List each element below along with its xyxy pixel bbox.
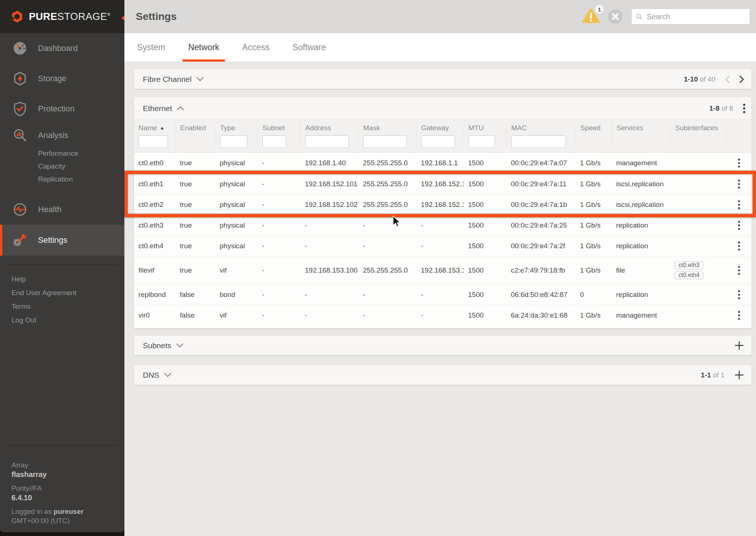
column-header-services[interactable]: Services: [612, 123, 670, 148]
sidebar-link-end-user-agreement[interactable]: End User Agreement: [0, 286, 124, 300]
column-header-mask[interactable]: Mask: [358, 123, 416, 148]
column-header-subnet[interactable]: Subnet: [258, 123, 300, 148]
sidebar-item-protection[interactable]: Protection: [0, 94, 124, 124]
sidebar-link-log-out[interactable]: Log Out: [0, 313, 124, 327]
sidebar-collapse-icon[interactable]: [119, 16, 124, 20]
tab-access[interactable]: Access: [240, 33, 272, 62]
purestorage-logo[interactable]: PURESTORAGE®: [0, 0, 124, 33]
tab-system[interactable]: System: [135, 33, 168, 62]
table-row-ct0.eth1: ct0.eth1truephysical-192.168.152.101255.…: [134, 173, 752, 194]
row-menu-button[interactable]: [726, 153, 752, 173]
filter-input-gateway[interactable]: [421, 135, 455, 148]
column-header-subinterfaces[interactable]: Subinterfaces: [670, 123, 726, 148]
row-menu-button[interactable]: [726, 236, 752, 256]
filter-input-mac[interactable]: [511, 135, 566, 148]
fibre-channel-toggle[interactable]: Fibre Channel: [143, 75, 203, 84]
cell-gateway: 192.168.152.1: [416, 194, 464, 215]
subinterface-chip: ct0.eth4: [675, 271, 703, 279]
tab-software[interactable]: Software: [290, 33, 328, 62]
row-menu-button[interactable]: [726, 256, 752, 284]
sidebar-item-replication[interactable]: Replication: [0, 173, 124, 186]
filter-input-address[interactable]: [305, 135, 349, 148]
fibre-channel-section: Fibre Channel 1-10 of 40: [134, 69, 752, 89]
sidebar-item-label: Storage: [38, 74, 66, 83]
filter-input-subnet[interactable]: [262, 135, 286, 148]
cell-address: 192.168.1.40: [300, 153, 358, 173]
row-menu-button[interactable]: [726, 194, 752, 215]
cell-speed: 1 Gb/s: [575, 194, 612, 215]
cell-subnet: -: [258, 305, 300, 325]
cell-speed: 1 Gb/s: [575, 256, 612, 284]
column-header-gateway[interactable]: Gateway: [416, 123, 464, 148]
table-row-ct0.eth0: ct0.eth0truephysical-192.168.1.40255.255…: [134, 153, 752, 173]
sidebar-item-analysis[interactable]: Analysis: [0, 124, 124, 147]
cell-subinterfaces: [670, 194, 726, 215]
prev-page-button[interactable]: [725, 76, 730, 83]
cell-name: ct0.eth3: [134, 215, 175, 235]
cell-mac: 00:0c:29:e4:7a:1b: [506, 194, 575, 215]
ethernet-section: Ethernet 1-8 of 8 Name▲E: [134, 97, 752, 328]
search-box[interactable]: [631, 8, 750, 25]
dns-toggle[interactable]: DNS: [143, 371, 171, 380]
sidebar-item-label: Protection: [38, 104, 75, 114]
column-header-enabled[interactable]: Enabled: [175, 123, 215, 148]
column-header-type[interactable]: Type: [215, 123, 258, 148]
sidebar-item-settings[interactable]: Settings: [0, 225, 124, 256]
cell-address: 192.168.152.101: [300, 174, 358, 194]
row-menu-button[interactable]: [726, 284, 752, 305]
close-octagon-icon: [608, 9, 623, 24]
column-header-address[interactable]: Address: [300, 123, 358, 148]
ethernet-toggle[interactable]: Ethernet: [143, 104, 184, 113]
sidebar-item-storage[interactable]: Storage: [0, 63, 124, 94]
row-menu-button[interactable]: [726, 174, 752, 194]
cell-subinterfaces: [670, 215, 726, 235]
filter-input-mask[interactable]: [363, 135, 407, 148]
kebab-menu-icon: [743, 103, 746, 114]
network-content: Fibre Channel 1-10 of 40: [124, 62, 756, 385]
cell-address: 192.168.152.102: [300, 194, 358, 215]
column-header-mac[interactable]: MAC: [506, 123, 575, 148]
row-menu-button[interactable]: [726, 215, 752, 235]
main-area: Settings 1: [124, 0, 756, 536]
filter-input-type[interactable]: [220, 135, 247, 148]
filter-input-mtu[interactable]: [468, 135, 495, 148]
cell-address: -: [300, 284, 358, 305]
sidebar-item-label: Analysis: [38, 131, 68, 140]
search-input[interactable]: [646, 12, 745, 21]
cell-type: physical: [215, 153, 258, 173]
sidebar-item-health[interactable]: Health: [0, 194, 124, 225]
cell-mask: 255.255.255.0: [358, 194, 416, 215]
cell-subinterfaces: ct0.eth3ct0.eth4: [670, 256, 726, 284]
cell-speed: 1 Gb/s: [575, 153, 612, 173]
sidebar-item-dashboard[interactable]: Dashboard: [0, 33, 124, 63]
add-dns-button[interactable]: [734, 370, 744, 380]
column-label: Subnet: [262, 124, 300, 132]
kebab-menu-icon: [738, 310, 740, 321]
table-row-ct0.eth4: ct0.eth4truephysical----150000:0c:29:e4:…: [134, 235, 752, 256]
sidebar-link-terms[interactable]: Terms: [0, 300, 124, 313]
ethernet-menu-button[interactable]: [743, 103, 746, 114]
sidebar-link-help[interactable]: Help: [0, 272, 124, 286]
cell-subnet: -: [258, 194, 300, 215]
add-subnet-button[interactable]: [734, 340, 744, 350]
filter-input-name[interactable]: [138, 135, 168, 148]
row-menu-button[interactable]: [726, 305, 752, 325]
settings-wrench-gear-icon: [11, 232, 28, 249]
cell-mtu: 1500: [464, 194, 506, 215]
column-header-name[interactable]: Name▲: [134, 123, 175, 148]
column-label: MAC: [511, 124, 575, 132]
subnets-toggle[interactable]: Subnets: [143, 341, 183, 350]
column-header-speed[interactable]: Speed: [575, 123, 612, 148]
fibre-channel-pagination: 1-10 of 40: [684, 75, 744, 83]
next-page-button[interactable]: [739, 76, 744, 83]
subnets-section: Subnets: [134, 336, 752, 355]
sidebar-item-performance[interactable]: Performance: [0, 147, 124, 160]
sidebar-item-label: Dashboard: [38, 44, 78, 53]
alerts-button[interactable]: 1: [583, 8, 599, 25]
cell-type: bond: [215, 284, 258, 305]
dismiss-alerts-button[interactable]: [608, 9, 623, 24]
tab-network[interactable]: Network: [186, 33, 221, 62]
column-header-mtu[interactable]: MTU: [464, 123, 506, 148]
sidebar-item-capacity[interactable]: Capacity: [0, 160, 124, 173]
kebab-menu-icon: [738, 158, 740, 168]
